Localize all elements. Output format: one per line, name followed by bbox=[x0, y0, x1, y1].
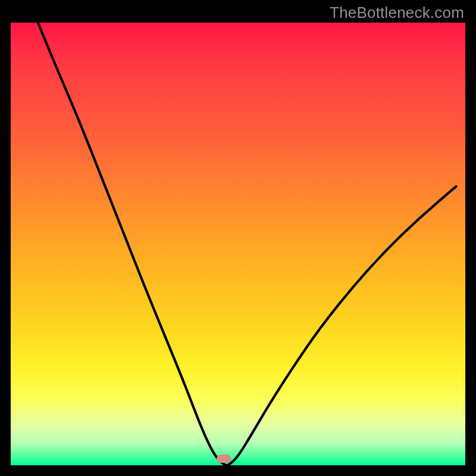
optimal-marker bbox=[217, 455, 231, 463]
chart-frame: TheBottleneck.com bbox=[0, 0, 476, 476]
attribution-label: TheBottleneck.com bbox=[330, 4, 464, 22]
bottleneck-curve bbox=[11, 23, 465, 465]
curve-path bbox=[38, 23, 456, 465]
plot-area bbox=[11, 23, 465, 465]
